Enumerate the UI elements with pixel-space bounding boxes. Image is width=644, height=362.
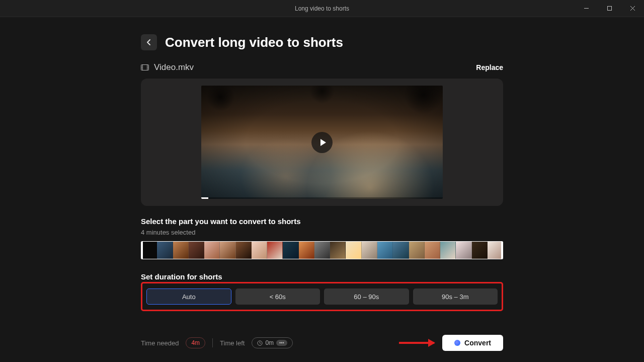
duration-option-0[interactable]: Auto — [146, 288, 231, 305]
select-section-title: Select the part you want to convert to s… — [141, 217, 503, 226]
video-file-icon — [141, 64, 149, 70]
duration-option-1[interactable]: < 60s — [235, 288, 320, 305]
timeline-thumb — [299, 242, 314, 259]
timeline-thumb — [377, 242, 393, 259]
ai-sparkle-icon — [454, 340, 460, 346]
duration-option-3[interactable]: 90s – 3m — [413, 288, 498, 305]
play-icon — [319, 138, 327, 147]
timeline-thumb — [173, 242, 189, 259]
close-button[interactable] — [621, 0, 644, 17]
timeline-thumb — [425, 242, 440, 259]
svg-rect-1 — [607, 7, 611, 11]
page-title: Convert long video to shorts — [165, 35, 343, 50]
page-header: Convert long video to shorts — [141, 34, 503, 50]
play-button[interactable] — [311, 132, 333, 153]
file-name: Video.mkv — [154, 62, 194, 73]
video-progress[interactable] — [201, 197, 443, 199]
chevron-left-icon — [145, 39, 152, 46]
time-left-pill: 0m ••• — [252, 337, 292, 348]
timeline-thumb — [393, 242, 409, 259]
timeline-selector[interactable] — [141, 241, 503, 259]
timeline-thumb — [456, 242, 471, 259]
timeline-thumb — [252, 242, 267, 259]
timeline-thumb — [409, 242, 425, 259]
timeline-thumb — [283, 242, 298, 259]
timeline-thumb — [488, 242, 503, 259]
video-frame[interactable] — [201, 86, 443, 199]
footer-divider — [212, 338, 213, 347]
timeline-thumb — [220, 242, 235, 259]
annotation-highlight: Auto< 60s60 – 90s90s – 3m — [141, 282, 503, 311]
timeline-thumb — [204, 242, 220, 259]
back-button[interactable] — [141, 34, 157, 50]
timeline-thumb — [362, 242, 377, 259]
replace-button[interactable]: Replace — [476, 63, 503, 71]
convert-button[interactable]: Convert — [442, 335, 503, 351]
duration-option-2[interactable]: 60 – 90s — [324, 288, 409, 305]
timeline-handle-right[interactable] — [501, 241, 503, 259]
duration-section-title: Set duration for shorts — [141, 272, 503, 281]
file-row: Video.mkv Replace — [141, 62, 503, 73]
credits-indicator: ••• — [276, 340, 287, 346]
video-preview-box — [141, 79, 503, 206]
timeline-thumb — [189, 242, 204, 259]
timeline-thumb — [440, 242, 456, 259]
select-section-subtitle: 4 minutes selected — [141, 229, 503, 236]
timeline-thumb — [157, 242, 173, 259]
timeline-handle-left[interactable] — [141, 241, 143, 259]
maximize-button[interactable] — [598, 0, 621, 17]
timeline-thumb — [472, 242, 488, 259]
time-needed-pill: 4m — [186, 337, 205, 348]
timeline-thumb — [314, 242, 330, 259]
minimize-button[interactable] — [575, 0, 598, 17]
timeline-thumb — [346, 242, 361, 259]
clock-icon — [257, 340, 263, 346]
window-controls — [575, 0, 644, 17]
titlebar: Long video to shorts — [0, 0, 644, 17]
duration-options: Auto< 60s60 – 90s90s – 3m — [146, 288, 498, 305]
annotation-arrow — [399, 342, 434, 344]
timeline-thumb — [236, 242, 252, 259]
time-needed-label: Time needed — [141, 339, 179, 347]
window-title: Long video to shorts — [295, 5, 349, 12]
time-left-label: Time left — [220, 339, 245, 347]
timeline-thumb — [267, 242, 283, 259]
timeline-thumb — [330, 242, 346, 259]
footer-bar: Time needed 4m Time left 0m ••• Convert — [141, 335, 503, 351]
timeline-thumb — [141, 242, 157, 259]
